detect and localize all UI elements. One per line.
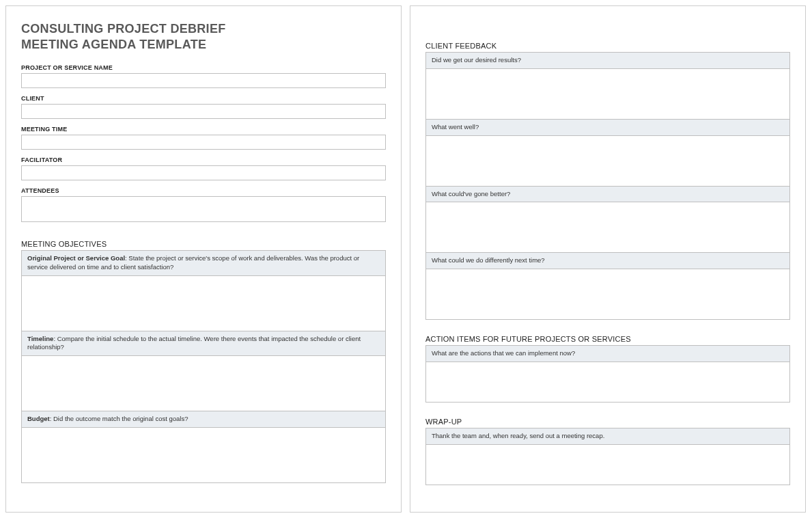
- header-client-feedback: CLIENT FEEDBACK: [425, 42, 790, 50]
- objectives-stack: Original Project or Service Goal: State …: [21, 250, 386, 483]
- page-1: CONSULTING PROJECT DEBRIEF MEETING AGEND…: [5, 5, 402, 513]
- prompt-wrapup: Thank the team and, when ready, send out…: [425, 428, 790, 444]
- prompt-feedback-3: What could've gone better?: [425, 187, 790, 202]
- input-feedback-1[interactable]: [425, 68, 790, 120]
- prompt-feedback-1: Did we get our desired results?: [425, 52, 790, 68]
- prompt-goal: Original Project or Service Goal: State …: [21, 250, 386, 275]
- label-meeting-time: MEETING TIME: [21, 126, 386, 133]
- header-meeting-objectives: MEETING OBJECTIVES: [21, 240, 386, 248]
- input-client[interactable]: [21, 104, 386, 119]
- prompt-budget-bold: Budget: [27, 415, 50, 422]
- input-timeline[interactable]: [21, 355, 386, 411]
- prompt-actions: What are the actions that we can impleme…: [425, 345, 790, 362]
- prompt-budget: Budget: Did the outcome match the origin…: [21, 411, 386, 427]
- header-fields: PROJECT OR SERVICE NAME CLIENT MEETING T…: [21, 64, 386, 225]
- input-wrapup[interactable]: [425, 444, 790, 485]
- input-attendees[interactable]: [21, 196, 386, 222]
- prompt-goal-bold: Original Project or Service Goal: [27, 254, 125, 262]
- prompt-timeline-bold: Timeline: [27, 335, 53, 342]
- section-meeting-objectives: MEETING OBJECTIVES Original Project or S…: [21, 240, 386, 483]
- page-2: CLIENT FEEDBACK Did we get our desired r…: [410, 5, 806, 513]
- input-budget[interactable]: [21, 427, 386, 483]
- input-project[interactable]: [21, 73, 386, 88]
- header-wrapup: WRAP-UP: [425, 418, 790, 426]
- input-actions[interactable]: [425, 362, 790, 403]
- input-feedback-2[interactable]: [425, 135, 790, 187]
- prompt-feedback-2: What went well?: [425, 120, 790, 135]
- section-action-items: ACTION ITEMS FOR FUTURE PROJECTS OR SERV…: [425, 335, 790, 403]
- input-feedback-3[interactable]: [425, 202, 790, 253]
- header-action-items: ACTION ITEMS FOR FUTURE PROJECTS OR SERV…: [425, 335, 790, 343]
- section-client-feedback: CLIENT FEEDBACK Did we get our desired r…: [425, 42, 790, 320]
- input-facilitator[interactable]: [21, 165, 386, 180]
- doc-title-line2: MEETING AGENDA TEMPLATE: [21, 37, 386, 53]
- section-wrapup: WRAP-UP Thank the team and, when ready, …: [425, 418, 790, 485]
- doc-title-line1: CONSULTING PROJECT DEBRIEF: [21, 21, 386, 37]
- label-facilitator: FACILITATOR: [21, 156, 386, 163]
- prompt-timeline-text: : Compare the initial schedule to the ac…: [27, 335, 361, 351]
- input-meeting-time[interactable]: [21, 135, 386, 150]
- prompt-feedback-4: What could we do differently next time?: [425, 253, 790, 269]
- label-client: CLIENT: [21, 95, 386, 102]
- prompt-budget-text: : Did the outcome match the original cos…: [50, 415, 188, 422]
- input-goal[interactable]: [21, 275, 386, 331]
- prompt-timeline: Timeline: Compare the initial schedule t…: [21, 331, 386, 356]
- label-project: PROJECT OR SERVICE NAME: [21, 64, 386, 71]
- feedback-stack: Did we get our desired results? What wen…: [425, 52, 790, 320]
- input-feedback-4[interactable]: [425, 269, 790, 320]
- label-attendees: ATTENDEES: [21, 187, 386, 194]
